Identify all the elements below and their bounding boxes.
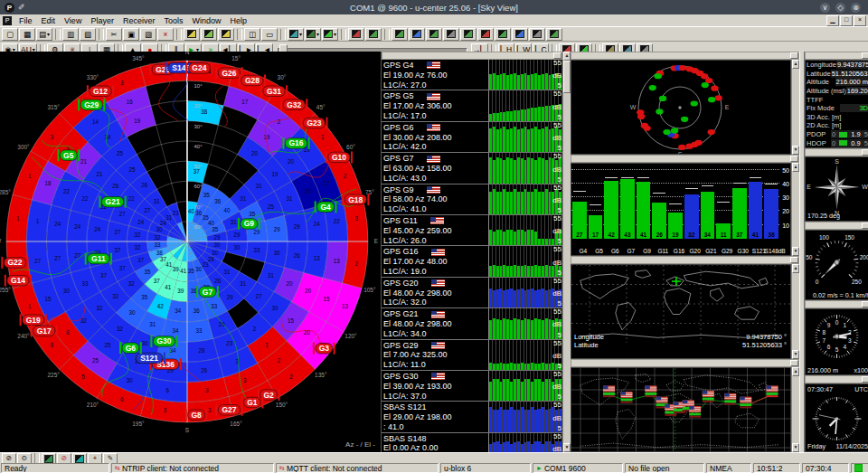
panel-hscrollbar[interactable] xyxy=(805,222,868,230)
satellite-ground-track-panel[interactable]: ▲▼ xyxy=(571,359,799,452)
panel-hscrollbar[interactable] xyxy=(805,375,868,383)
satellite-row[interactable]: GPS G11El 45.00 Az 259.00L1C/A: 26.055dB… xyxy=(382,215,562,246)
panel-vscrollbar[interactable]: ▲▼ xyxy=(791,264,799,359)
satellite-name-label: SBAS S121 xyxy=(383,402,427,412)
view-window-button-2-icon xyxy=(369,30,378,38)
satellite-row[interactable]: SBAS S121El 29.00 Az 198.00: 41.055dB5 xyxy=(382,402,562,432)
menu-window[interactable]: Window xyxy=(187,16,225,25)
dock-view-button-1-icon xyxy=(187,30,196,38)
info-label: 3D Acc. [m] xyxy=(807,113,841,121)
panel-vscrollbar[interactable]: ▲▼ xyxy=(791,60,799,155)
view-window-button-1[interactable] xyxy=(348,28,364,41)
svg-text:26: 26 xyxy=(201,367,208,374)
scroll-up-icon[interactable]: ▲ xyxy=(563,52,571,61)
satellite-row[interactable]: GPS G9El 58.00 Az 74.00L1C/A: 41.055dB5 xyxy=(382,184,562,215)
view-window-button-11[interactable] xyxy=(529,28,545,41)
info-row: Longitude9.94378750 ° xyxy=(806,61,868,70)
save-button[interactable]: ▦ xyxy=(19,28,35,41)
menu-tools[interactable]: Tools xyxy=(159,16,187,25)
menu-file[interactable]: File xyxy=(14,16,37,25)
svg-text:225°: 225° xyxy=(47,372,60,378)
menu-help[interactable]: Help xyxy=(225,16,251,25)
panel-vscrollbar[interactable]: ▲▼ xyxy=(791,367,799,452)
new-file-button[interactable]: ▢ xyxy=(2,28,18,41)
panel-hscrollbar[interactable] xyxy=(805,300,868,308)
satellite-list: GPS G4El 19.00 Az 76.00L1C/A: 27.055dB5G… xyxy=(382,60,562,464)
chart-view-dropdown-2[interactable]: ▾ xyxy=(305,28,321,41)
altimeter-panel[interactable]: 0123456789216.000 mx100 xyxy=(805,300,868,375)
panel-hscrollbar[interactable] xyxy=(571,256,799,264)
print-button[interactable]: ▥ xyxy=(62,28,79,41)
signal-levels-panel[interactable]: 102030405027G417G542G643G741G926G1119G16… xyxy=(571,155,799,256)
view-window-button-4[interactable] xyxy=(409,28,425,41)
clock-panel[interactable]: 07:30:47UTCFriday11/14/2025 xyxy=(805,375,868,452)
satellite-row[interactable]: GPS G7El 63.00 Az 158.00L1C/A: 43.055dB5 xyxy=(382,153,562,184)
menu-player[interactable]: Player xyxy=(86,16,118,25)
mdi-minimize-button[interactable]: ▁ xyxy=(826,15,839,26)
satellite-row[interactable]: GPS G21El 48.00 Az 298.00L1C/A: 34.055dB… xyxy=(382,308,562,339)
clock-day: Friday xyxy=(807,442,826,450)
delete-button[interactable]: × xyxy=(157,28,174,41)
menu-edit[interactable]: Edit xyxy=(37,16,61,25)
satellite-row[interactable]: GPS G16El 17.00 Az 48.00L1C/A: 19.055dB5 xyxy=(382,246,562,277)
scroll-thumb[interactable] xyxy=(563,61,571,93)
levels-value-label: 11 xyxy=(715,232,731,238)
panel-hscrollbar[interactable] xyxy=(805,52,868,60)
chart-view-dropdown-3[interactable]: ▾ xyxy=(322,28,338,41)
tile-horizontal-button[interactable]: ◫ xyxy=(244,28,260,41)
dock-view-button-3[interactable] xyxy=(218,28,234,41)
satellite-row[interactable]: GPS G5El 17.00 Az 306.00L1C/A: 17.055dB5 xyxy=(382,90,562,121)
speedometer-panel[interactable]: 0501001502002500.02 m/s = 0.1 km/h xyxy=(805,222,868,300)
open-file-button[interactable]: ▤▾ xyxy=(36,28,52,41)
mdi-restore-button[interactable]: □ xyxy=(840,15,853,26)
view-window-button-8[interactable] xyxy=(477,28,494,41)
satellite-name-label: GPS G6 xyxy=(383,123,414,133)
panel-vscrollbar[interactable]: ▲▼ xyxy=(791,163,799,256)
menu-receiver[interactable]: Receiver xyxy=(118,16,160,25)
panel-hscrollbar[interactable] xyxy=(571,155,799,163)
dock-view-button-2[interactable] xyxy=(201,28,217,41)
satellite-elaz-label: El 39.00 Az 193.00 xyxy=(383,382,488,392)
copy-button[interactable]: ▣ xyxy=(123,28,139,41)
dock-view-button-1[interactable] xyxy=(184,28,200,41)
satellite-list-vscrollbar[interactable]: ▲ ▼ xyxy=(562,52,571,452)
satellite-info: GPS G4El 19.00 Az 76.00L1C/A: 27.0 xyxy=(382,60,488,90)
navigation-data-panel[interactable]: Longitude9.94378750 °Latitude51.51205633… xyxy=(805,52,868,148)
view-window-button-2[interactable] xyxy=(365,28,382,41)
paste-button[interactable]: ▨ xyxy=(140,28,156,41)
view-window-button-10[interactable] xyxy=(512,28,528,41)
mini-sky-view-panel[interactable]: WES ▲▼ xyxy=(571,52,799,155)
satellite-row[interactable]: GPS G6El 30.00 Az 208.00L1C/A: 42.055dB5 xyxy=(382,122,562,153)
satellite-row[interactable]: GPS G4El 19.00 Az 76.00L1C/A: 27.055dB5 xyxy=(382,60,562,90)
mdi-close-button[interactable]: × xyxy=(854,15,866,26)
maximize-window-button[interactable]: ◇ xyxy=(835,3,845,13)
svg-text:40: 40 xyxy=(224,207,231,213)
view-window-button-9[interactable] xyxy=(495,28,511,41)
sky-view-plot[interactable]: Az - / El - 4231232133121336581211323317… xyxy=(0,52,382,452)
minimize-window-button[interactable]: ∨ xyxy=(820,3,830,13)
compass-panel[interactable]: SWNE170.25 deg xyxy=(805,148,868,222)
satellite-row[interactable]: GPS G30El 39.00 Az 193.00L1C/A: 37.055dB… xyxy=(382,371,562,402)
view-window-button-3[interactable] xyxy=(392,28,408,41)
panel-hscrollbar[interactable] xyxy=(571,359,799,367)
menu-view[interactable]: View xyxy=(60,16,86,25)
view-window-button-12[interactable] xyxy=(546,28,562,41)
target-icon: ⊙ xyxy=(22,454,27,463)
cut-button[interactable]: ✂ xyxy=(106,28,122,41)
tile-vertical-button[interactable]: ▭ xyxy=(261,28,278,41)
satellite-list-hscrollbar[interactable] xyxy=(382,52,562,60)
svg-text:120°: 120° xyxy=(344,333,357,339)
view-window-button-5[interactable] xyxy=(426,28,442,41)
view-window-button-7[interactable] xyxy=(460,28,476,41)
satellite-row[interactable]: GPS G29El 7.00 Az 325.00L1C/A: 11.055dB5 xyxy=(382,340,562,371)
panel-hscrollbar[interactable] xyxy=(571,52,799,60)
chart-view-dropdown-1[interactable]: ▾ xyxy=(288,28,304,41)
world-position-panel[interactable]: Longitude9.94378750 °Latitude51.51205633… xyxy=(571,256,799,359)
close-window-button[interactable]: ⊗ xyxy=(851,3,861,13)
satellite-row[interactable]: GPS G20El 48.00 Az 298.00L1C/A: 32.055dB… xyxy=(382,278,562,308)
view-window-button-6[interactable] xyxy=(443,28,459,41)
print-preview-button[interactable]: ▧ xyxy=(80,28,96,41)
panel-hscrollbar[interactable] xyxy=(805,148,868,156)
scroll-down-icon[interactable]: ▼ xyxy=(563,443,571,452)
mdi-system-icon[interactable]: P xyxy=(3,16,12,25)
